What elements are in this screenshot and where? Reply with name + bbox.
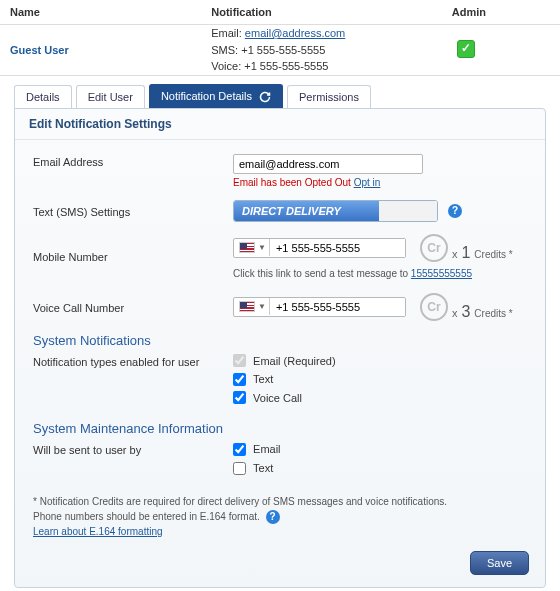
- system-maintenance-heading: System Maintenance Information: [33, 421, 527, 436]
- voice-number-input[interactable]: [270, 298, 405, 316]
- opt-in-link[interactable]: Opt in: [354, 177, 381, 188]
- table-row: Guest User Email: email@address.com SMS:…: [0, 25, 560, 76]
- test-message-hint: Click this link to send a test message t…: [233, 268, 527, 279]
- email-label: Email Address: [33, 154, 233, 168]
- tab-edit-user[interactable]: Edit User: [76, 85, 145, 108]
- maint-email-checkbox[interactable]: [233, 443, 246, 456]
- col-header-admin: Admin: [452, 0, 550, 24]
- delivery-mode-inactive: [379, 201, 437, 221]
- summary-voice-value: +1 555-555-5555: [244, 60, 328, 72]
- sms-settings-label: Text (SMS) Settings: [33, 204, 233, 218]
- summary-sms-label: SMS:: [211, 44, 238, 56]
- chevron-down-icon: ▼: [258, 243, 266, 252]
- refresh-icon[interactable]: [259, 90, 271, 103]
- mobile-country-select[interactable]: ▼: [234, 239, 270, 256]
- summary-email-link[interactable]: email@address.com: [245, 27, 345, 39]
- tab-notification-details-label: Notification Details: [161, 90, 252, 102]
- mobile-number-input[interactable]: [270, 239, 405, 257]
- admin-check-icon: [457, 40, 475, 58]
- col-header-notification: Notification: [211, 0, 452, 24]
- notification-settings-panel: Edit Notification Settings Email Address…: [14, 108, 546, 588]
- test-message-link[interactable]: 15555555555: [411, 268, 472, 279]
- tab-permissions[interactable]: Permissions: [287, 85, 371, 108]
- user-name-link[interactable]: Guest User: [10, 44, 69, 56]
- summary-sms-value: +1 555-555-5555: [241, 44, 325, 56]
- col-header-name: Name: [10, 0, 211, 24]
- tab-details[interactable]: Details: [14, 85, 72, 108]
- credit-coin-icon: Cr: [420, 234, 448, 262]
- voice-country-select[interactable]: ▼: [234, 298, 270, 315]
- help-icon[interactable]: ?: [266, 510, 280, 524]
- notif-text-label: Text: [253, 373, 273, 385]
- maint-text-label: Text: [253, 462, 273, 474]
- chevron-down-icon: ▼: [258, 302, 266, 311]
- tabs: Details Edit User Notification Details P…: [0, 76, 560, 108]
- system-notifications-heading: System Notifications: [33, 333, 527, 348]
- delivery-mode-toggle[interactable]: DIRECT DELIVERY: [233, 200, 438, 222]
- panel-title: Edit Notification Settings: [15, 109, 545, 140]
- maint-text-checkbox[interactable]: [233, 462, 246, 475]
- voice-credits: Cr x 3 Credits *: [420, 293, 513, 321]
- voice-credits-count: 3: [461, 303, 470, 321]
- mobile-number-label: Mobile Number: [33, 249, 233, 263]
- summary-voice-label: Voice:: [211, 60, 241, 72]
- email-input[interactable]: [233, 154, 423, 174]
- us-flag-icon: [239, 301, 255, 312]
- save-button[interactable]: Save: [470, 551, 529, 575]
- credit-coin-icon: Cr: [420, 293, 448, 321]
- delivery-mode-active: DIRECT DELIVERY: [234, 201, 379, 221]
- table-header: Name Notification Admin: [0, 0, 560, 25]
- help-icon[interactable]: ?: [448, 204, 462, 218]
- us-flag-icon: [239, 242, 255, 253]
- maint-sent-by-label: Will be sent to user by: [33, 442, 233, 456]
- summary-email-label: Email:: [211, 27, 242, 39]
- mobile-credits-count: 1: [461, 244, 470, 262]
- e164-learn-link[interactable]: Learn about E.164 formatting: [33, 524, 163, 539]
- notif-voice-label: Voice Call: [253, 392, 302, 404]
- maint-email-label: Email: [253, 443, 281, 455]
- mobile-credits: Cr x 1 Credits *: [420, 234, 513, 262]
- voice-number-label: Voice Call Number: [33, 300, 233, 314]
- notification-summary: Email: email@address.com SMS: +1 555-555…: [211, 25, 452, 75]
- notif-text-checkbox[interactable]: [233, 373, 246, 386]
- notif-voice-checkbox[interactable]: [233, 391, 246, 404]
- tab-notification-details[interactable]: Notification Details: [149, 84, 283, 108]
- notif-types-label: Notification types enabled for user: [33, 354, 233, 368]
- email-opt-out-msg: Email has been Opted Out Opt in: [233, 177, 527, 188]
- notif-email-label: Email (Required): [253, 355, 336, 367]
- footnote: * Notification Credits are required for …: [33, 494, 527, 539]
- notif-email-checkbox: [233, 354, 246, 367]
